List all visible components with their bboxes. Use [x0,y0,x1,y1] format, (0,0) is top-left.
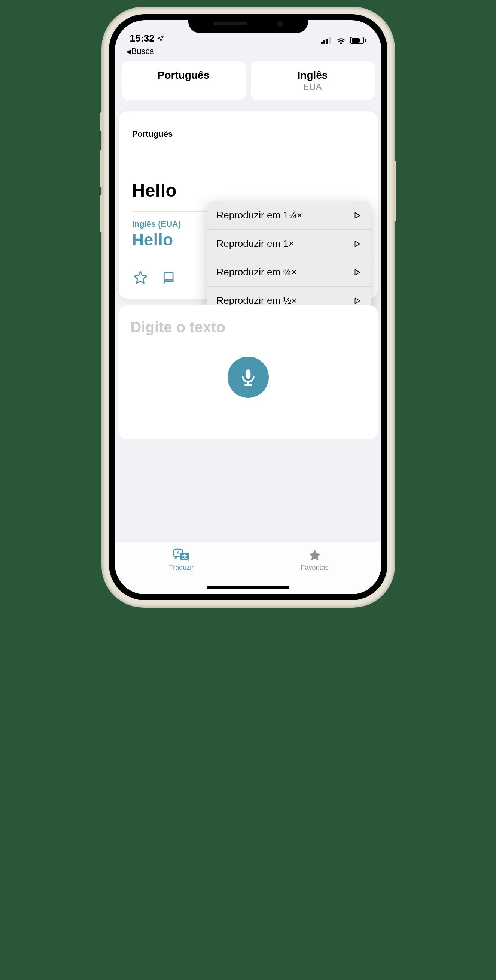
tab-favorites-label: Favoritas [301,564,328,572]
play-outline-icon [353,268,361,277]
svg-rect-6 [352,38,360,43]
text-input[interactable]: Digite o texto [131,319,366,336]
speed-option-1-25x[interactable]: Reproduzir em 1¼× [207,201,371,230]
dictionary-button[interactable] [161,269,177,286]
star-icon [133,270,148,285]
star-filled-icon [307,548,322,562]
breadcrumb-back[interactable]: ◀ Busca [115,46,382,61]
phone-frame: 15:32 [102,8,394,607]
translate-icon: A 文 [173,548,190,562]
battery-icon [350,37,366,44]
source-language-name: Português [125,70,242,81]
play-outline-icon [353,240,361,248]
svg-point-4 [340,42,341,44]
location-icon [157,35,164,42]
language-selector-row: Português Inglês EUA [115,61,382,100]
speed-option-label: Reproduzir em ¾× [217,266,297,278]
svg-rect-0 [321,41,323,44]
target-language-name: Inglês [255,70,371,81]
volume-down-button [100,195,103,232]
favorite-button[interactable] [132,269,149,286]
svg-rect-8 [246,369,250,379]
home-indicator[interactable] [207,586,289,589]
book-icon [162,270,176,285]
source-language-label: Português [132,129,364,139]
speed-option-label: Reproduzir em 1¼× [217,209,303,221]
notch [188,14,308,33]
breadcrumb-label: Busca [132,46,154,56]
svg-text:A: A [176,550,180,555]
target-language-region: EUA [255,82,371,92]
target-language-button[interactable]: Inglês EUA [251,61,375,100]
speed-option-label: Reproduzir em ½× [217,295,297,306]
play-outline-icon [353,297,361,305]
volume-up-button [100,150,103,187]
speed-option-label: Reproduzir em 1× [217,238,294,250]
svg-rect-3 [329,37,331,44]
status-time: 15:32 [130,33,155,44]
wifi-icon [336,37,346,44]
translation-card: Português Hello Inglês (EUA) Hello [119,111,378,299]
microphone-icon [239,368,258,387]
power-button [393,161,396,221]
source-language-button[interactable]: Português [122,61,246,100]
playback-speed-menu: Reproduzir em 1¼× Reproduzir em 1× Repro… [207,201,371,315]
svg-rect-2 [326,38,328,44]
back-chevron-icon: ◀ [126,48,131,55]
text-input-card: Digite o texto [119,305,378,439]
silent-switch [100,112,103,131]
svg-text:文: 文 [182,554,187,559]
speed-option-0-75x[interactable]: Reproduzir em ¾× [207,258,371,286]
screen: 15:32 [115,20,382,594]
svg-rect-1 [323,40,325,44]
cellular-icon [321,37,332,44]
microphone-button[interactable] [228,356,269,398]
play-outline-icon [353,211,361,220]
svg-rect-7 [364,39,366,42]
speed-option-1x[interactable]: Reproduzir em 1× [207,230,371,258]
source-text: Hello [132,180,364,201]
tab-translate-label: Traduzir [169,564,193,572]
tab-bar: A 文 Traduzir Favoritas [115,542,382,594]
